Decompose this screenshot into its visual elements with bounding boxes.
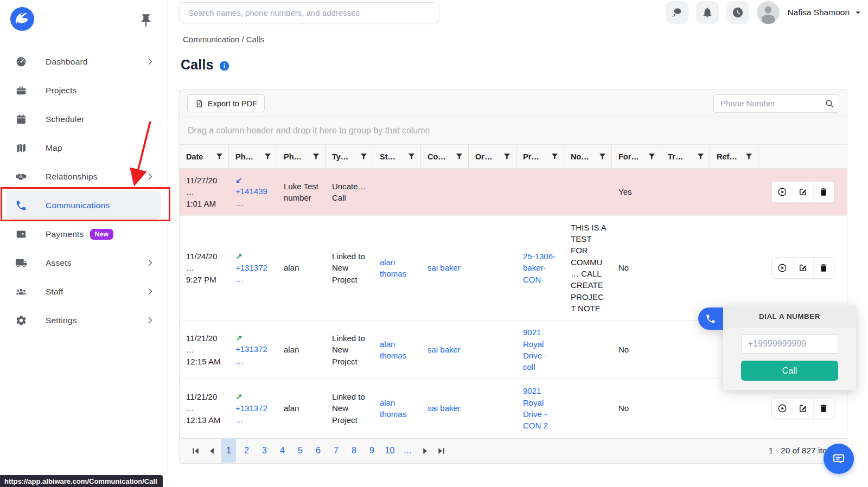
recent-activity-button[interactable] <box>726 1 749 24</box>
column-header-st-[interactable]: St… <box>373 145 421 168</box>
column-header-ref-[interactable]: Ref… <box>710 145 758 168</box>
dial-number-input[interactable] <box>741 334 838 354</box>
sidebar-item-settings[interactable]: Settings <box>7 306 161 335</box>
phone-number-link[interactable]: +131372… <box>235 403 267 424</box>
column-header-or-[interactable]: Or… <box>469 145 516 168</box>
staff-link[interactable]: alan thomas <box>380 258 406 278</box>
first-page-button[interactable] <box>187 443 203 459</box>
page-number-9[interactable]: 9 <box>365 439 379 463</box>
info-icon[interactable] <box>219 61 229 71</box>
filter-funnel-icon[interactable] <box>745 152 753 161</box>
column-header-ph-[interactable]: Ph… <box>229 145 277 168</box>
call-button[interactable]: Call <box>741 361 838 381</box>
people-icon <box>15 286 27 298</box>
type-cell: Linked to New Project <box>326 385 373 432</box>
column-header-no-[interactable]: No… <box>564 145 612 168</box>
project-link[interactable]: 25-1306-baker-CON <box>523 252 556 284</box>
user-menu[interactable]: Nafisa Shamoon <box>787 8 861 17</box>
edit-call-button[interactable] <box>793 182 813 202</box>
export-to-pdf-button[interactable]: Export to PDF <box>187 94 265 112</box>
filter-funnel-icon[interactable] <box>503 152 511 161</box>
page-number-…[interactable]: … <box>400 439 415 463</box>
staff-link[interactable]: alan thomas <box>380 339 406 360</box>
sidebar-item-scheduler[interactable]: Scheduler <box>7 105 161 133</box>
column-header-ph-[interactable]: Ph… <box>277 145 326 168</box>
notifications-button[interactable] <box>696 1 719 24</box>
play-recording-button[interactable] <box>772 398 793 419</box>
phone-number-filter-input[interactable] <box>713 94 839 113</box>
staff-cell: alan thomas <box>373 332 421 368</box>
sidebar-item-dashboard[interactable]: Dashboard <box>7 47 161 76</box>
breadcrumb[interactable]: Communication / Calls <box>183 35 264 44</box>
phone-number-link[interactable]: +131372… <box>235 263 267 284</box>
contact-link[interactable]: sai baker <box>427 403 461 413</box>
edit-call-button[interactable] <box>793 398 813 419</box>
page-number-5[interactable]: 5 <box>293 439 308 463</box>
sidebar-item-relationships[interactable]: Relationships <box>7 162 161 191</box>
project-link[interactable]: 9021 Royal Drive - CON 2 <box>523 386 548 430</box>
organization-cell <box>469 344 516 356</box>
outgoing-call-arrow-icon: ↗ <box>235 392 272 402</box>
sidebar-item-assets[interactable]: Assets <box>7 248 161 277</box>
filter-funnel-icon[interactable] <box>215 152 224 161</box>
filter-funnel-icon[interactable] <box>312 152 320 161</box>
column-header-tr-[interactable]: Tr… <box>661 145 710 168</box>
page-number-3[interactable]: 3 <box>257 439 272 463</box>
sidebar-item-payments[interactable]: PaymentsNew <box>7 220 161 248</box>
delete-call-button[interactable] <box>813 182 834 202</box>
filter-funnel-icon[interactable] <box>264 152 272 161</box>
staff-link[interactable]: alan thomas <box>380 398 406 419</box>
contact-link[interactable]: sai baker <box>427 345 461 354</box>
page-number-2[interactable]: 2 <box>239 439 254 463</box>
column-header-pr-[interactable]: Pr… <box>516 145 564 168</box>
phone-number-cell: ↙+141439… <box>229 169 277 215</box>
dial-toggle-button[interactable] <box>698 307 723 330</box>
group-by-dropzone[interactable]: Drag a column header and drop it here to… <box>180 117 847 145</box>
page-number-8[interactable]: 8 <box>347 439 361 463</box>
phone-number-cell: ↗+131372… <box>229 245 277 291</box>
page-number-10[interactable]: 10 <box>382 439 397 463</box>
edit-call-button[interactable] <box>793 258 813 278</box>
edit-icon <box>798 263 808 273</box>
sidebar-item-communications[interactable]: Communications <box>7 191 161 220</box>
filter-funnel-icon[interactable] <box>455 152 463 161</box>
column-header-for-[interactable]: For… <box>612 145 661 168</box>
filter-funnel-icon[interactable] <box>407 152 416 161</box>
sidebar-item-map[interactable]: Map <box>7 133 161 162</box>
column-header-ty-[interactable]: Ty… <box>326 145 373 168</box>
page-number-6[interactable]: 6 <box>311 439 326 463</box>
contact-cell: sai baker <box>421 396 469 420</box>
previous-page-button[interactable] <box>203 443 220 459</box>
delete-call-button[interactable] <box>813 258 834 278</box>
phone-number-link[interactable]: +131372… <box>235 344 267 365</box>
filter-funnel-icon[interactable] <box>598 152 607 161</box>
project-link[interactable]: 9021 Royal Drive - coll <box>523 328 547 371</box>
filter-funnel-icon[interactable] <box>360 152 368 161</box>
sidebar-pin-button[interactable] <box>138 13 154 28</box>
page-number-1[interactable]: 1 <box>221 439 236 463</box>
contact-link[interactable]: sai baker <box>427 263 461 272</box>
global-search-input[interactable] <box>179 2 439 23</box>
delete-call-button[interactable] <box>813 398 834 419</box>
filter-funnel-icon[interactable] <box>697 152 705 161</box>
chevron-right-icon <box>145 258 155 267</box>
filter-funnel-icon[interactable] <box>648 152 656 161</box>
play-recording-button[interactable] <box>772 258 793 278</box>
sidebar-item-projects[interactable]: Projects <box>7 76 161 105</box>
search-icon[interactable] <box>824 98 835 109</box>
sidebar-nav: DashboardProjectsSchedulerMapRelationshi… <box>0 47 168 335</box>
filter-funnel-icon[interactable] <box>551 152 559 161</box>
messages-button[interactable] <box>666 1 688 24</box>
phone-number-link[interactable]: +141439… <box>235 187 267 207</box>
page-number-4[interactable]: 4 <box>275 439 290 463</box>
phone-name-cell: alan <box>277 256 326 279</box>
column-header-co-[interactable]: Co… <box>421 145 469 168</box>
page-number-7[interactable]: 7 <box>329 439 343 463</box>
play-recording-button[interactable] <box>772 182 793 202</box>
sidebar-item-staff[interactable]: Staff <box>7 277 161 306</box>
column-header-date[interactable]: Date <box>180 145 229 168</box>
live-chat-fab[interactable] <box>824 444 854 474</box>
user-avatar[interactable] <box>757 1 780 24</box>
next-page-button[interactable] <box>417 443 433 459</box>
last-page-button[interactable] <box>433 443 449 459</box>
